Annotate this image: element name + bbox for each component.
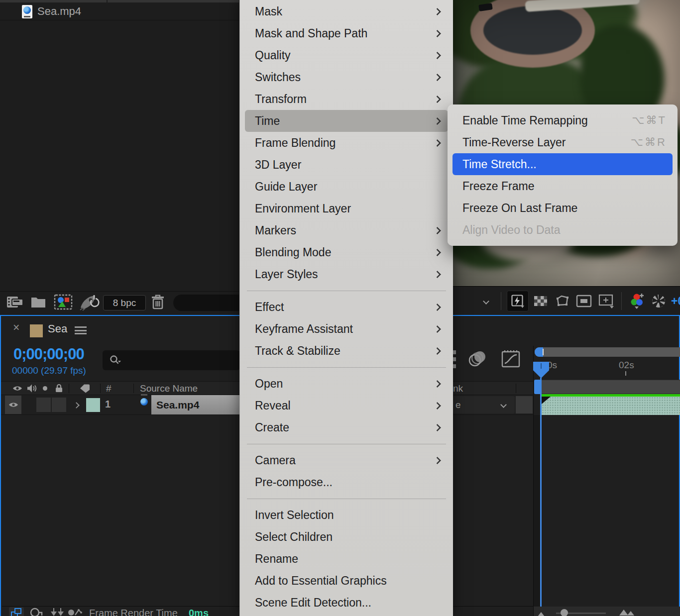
menu-item-label: Guide Layer	[255, 180, 435, 194]
layer-duration-bar[interactable]	[542, 397, 680, 415]
menu-item-mask[interactable]: Mask	[240, 0, 453, 22]
project-item-row[interactable]: Sea.mp4	[0, 3, 239, 20]
menu-item-time[interactable]: Time	[245, 110, 448, 132]
comp-color-swatch[interactable]	[30, 324, 43, 337]
mini-flowchart-button[interactable]	[9, 607, 24, 616]
menu-item-rename[interactable]: Rename	[240, 548, 453, 570]
update-arrows-icon[interactable]	[49, 608, 64, 616]
menu-item-camera[interactable]: Camera	[240, 449, 453, 471]
menu-item-layer-styles[interactable]: Layer Styles	[240, 263, 453, 285]
zoom-slider-knob[interactable]	[561, 609, 568, 616]
exposure-button[interactable]	[651, 287, 666, 315]
graph-editor-icon[interactable]	[501, 348, 521, 368]
parent-link-column-fragment[interactable]: nk	[453, 383, 463, 394]
submenu-item-time-stretch[interactable]: Time Stretch...	[453, 153, 673, 175]
menu-item-transform[interactable]: Transform	[240, 88, 453, 110]
layer-visibility-toggle[interactable]	[5, 396, 21, 414]
bit-depth-button[interactable]: 8 bpc	[103, 295, 146, 310]
menu-item-label: Open	[255, 377, 435, 391]
work-area-bar[interactable]	[534, 380, 680, 394]
snapshot-icon[interactable]	[30, 608, 43, 616]
guides-button[interactable]	[576, 287, 592, 315]
menu-item-guide-layer[interactable]: Guide Layer	[240, 176, 453, 198]
layer-lock-cell[interactable]	[52, 398, 66, 412]
menu-item-add-to-essential-graphics[interactable]: Add to Essential Graphics	[240, 570, 453, 592]
lock-column-icon[interactable]	[55, 384, 63, 393]
zoom-in-mountains-icon[interactable]	[619, 609, 634, 616]
render-dot-icon[interactable]	[68, 608, 83, 616]
menu-item-mask-and-shape-path[interactable]: Mask and Shape Path	[240, 22, 453, 44]
exposure-value[interactable]: +0	[671, 287, 680, 315]
menu-item-select-children[interactable]: Select Children	[240, 526, 453, 548]
layer-row-selected[interactable]: Sea.mp4	[151, 395, 240, 414]
transparency-grid-button[interactable]	[534, 287, 547, 315]
column-divider	[69, 384, 69, 393]
menu-item-pre-compose[interactable]: Pre-compose...	[240, 471, 453, 493]
region-capture-button[interactable]	[598, 287, 615, 315]
render-queue-button[interactable]	[79, 294, 101, 311]
submenu-item-freeze-frame[interactable]: Freeze Frame	[448, 175, 678, 197]
parent-pickwhip-cell[interactable]	[516, 396, 533, 413]
new-composition-button[interactable]	[54, 294, 73, 310]
channel-settings-button[interactable]	[630, 287, 646, 315]
search-icon	[110, 355, 121, 366]
menu-item-switches[interactable]: Switches	[240, 66, 453, 88]
view-options-dropdown[interactable]	[484, 287, 488, 315]
menu-item-track-stabilize[interactable]: Track & Stabilize	[240, 340, 453, 362]
layer-source-name: Sea.mp4	[156, 399, 199, 411]
interpret-footage-button[interactable]	[6, 295, 24, 309]
solo-column-icon[interactable]	[43, 386, 47, 391]
audio-column-speaker-icon[interactable]	[27, 384, 37, 393]
menu-item-quality[interactable]: Quality	[240, 44, 453, 66]
menu-item-keyframe-assistant[interactable]: Keyframe Assistant	[240, 318, 453, 340]
timeline-search-field[interactable]	[103, 350, 240, 370]
current-time-display[interactable]: 0;00;00;00	[13, 345, 84, 363]
layer-solo-cell[interactable]	[36, 398, 51, 412]
timeline-navigator-bar[interactable]	[535, 347, 680, 357]
tab-comp-title[interactable]: Sea	[48, 322, 67, 335]
ruler-label-2s[interactable]: 02s	[619, 360, 634, 371]
rgb-channels-icon	[630, 293, 646, 309]
playhead-handle[interactable]	[533, 362, 549, 378]
ruler-tick	[625, 371, 626, 376]
menu-item-scene-edit-detection[interactable]: Scene Edit Detection...	[240, 592, 453, 614]
video-column-eye-icon[interactable]	[12, 385, 22, 392]
submenu-item-align-video-to-data[interactable]: Align Video to Data	[448, 219, 678, 241]
fast-preview-button[interactable]	[507, 291, 529, 311]
tab-close-button[interactable]: ×	[13, 321, 19, 334]
panel-menu-icon[interactable]	[75, 326, 87, 334]
menu-item-label: Layer Styles	[255, 268, 435, 281]
submenu-chevron-icon	[434, 226, 442, 234]
label-column-tag-icon[interactable]	[79, 384, 91, 393]
column-divider	[133, 384, 134, 393]
navigator-start-handle[interactable]	[535, 347, 543, 357]
layer-number-column[interactable]: #	[106, 383, 112, 394]
submenu-chevron-icon	[434, 270, 442, 278]
source-name-column[interactable]: Source Name	[140, 383, 198, 394]
new-folder-button[interactable]	[31, 296, 46, 308]
motion-blur-icon[interactable]	[468, 351, 488, 368]
parent-link-dropdown[interactable]: e	[453, 396, 515, 413]
menu-item-reveal[interactable]: Reveal	[240, 395, 453, 416]
menu-item-open[interactable]: Open	[240, 373, 453, 395]
menu-item-3d-layer[interactable]: 3D Layer	[240, 154, 453, 176]
menu-item-invert-selection[interactable]: Invert Selection	[240, 504, 453, 526]
delete-item-button[interactable]	[151, 294, 165, 310]
shortcut-label: ⌥⌘R	[631, 136, 667, 149]
menu-item-effect[interactable]: Effect	[240, 296, 453, 318]
menu-item-label: Mask and Shape Path	[255, 27, 435, 40]
menu-item-create[interactable]: Create	[240, 416, 453, 438]
playhead-line[interactable]	[540, 378, 542, 607]
region-of-interest-button[interactable]	[554, 287, 570, 315]
submenu-item-enable-time-remapping[interactable]: Enable Time Remapping ⌥⌘T	[448, 109, 678, 131]
submenu-item-time-reverse-layer[interactable]: Time-Reverse Layer ⌥⌘R	[448, 131, 678, 153]
menu-item-markers[interactable]: Markers	[240, 219, 453, 241]
submenu-item-freeze-on-last-frame[interactable]: Freeze On Last Frame	[448, 197, 678, 219]
layer-label-swatch[interactable]	[86, 398, 100, 412]
project-search-capsule[interactable]	[173, 295, 239, 311]
zoom-out-mountain-icon[interactable]	[538, 610, 545, 616]
menu-item-frame-blending[interactable]: Frame Blending	[240, 132, 453, 154]
layer-expand-chevron[interactable]	[74, 401, 79, 410]
menu-item-environment-layer[interactable]: Environment Layer	[240, 198, 453, 219]
menu-item-blending-mode[interactable]: Blending Mode	[240, 241, 453, 263]
